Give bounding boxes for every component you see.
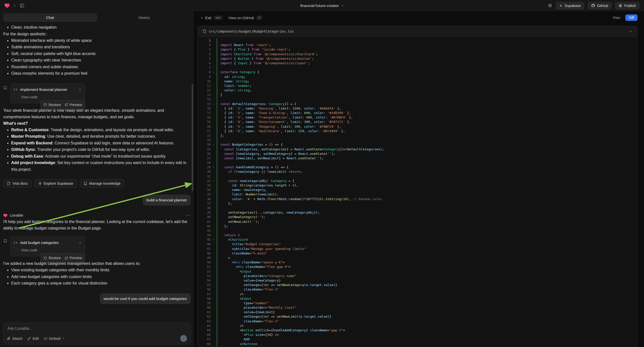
topbar: financial-future-creator ⚙ Supabase GitH… [0,0,644,11]
code-line: 3import { Plus } from 'lucide-react'; [198,47,637,52]
fold-chevron-icon [210,156,216,160]
fold-chevron-icon [210,129,216,134]
code-line: 38 [198,206,637,210]
fold-chevron-icon [210,310,216,314]
file-header[interactable]: src/components/budget/BudgetCategories.t… [198,26,637,37]
code-line: 10 name: string; [198,79,637,84]
github-button[interactable]: GitHub [588,2,612,10]
view-on-github-link[interactable]: View on GitHub [228,16,254,20]
fold-chevron-icon [210,183,216,188]
settings-gear-icon[interactable]: ⚙ [548,3,552,8]
project-switcher[interactable]: financial-future-creator [300,4,344,8]
send-icon: ↑ [183,336,185,341]
tab-history[interactable]: History [98,14,191,22]
fold-chevron-icon[interactable]: ▾ [210,142,216,147]
code-editor[interactable]: 12import React from 'react';3import { Pl… [198,37,637,346]
chat-tabs: Chat History [3,14,191,22]
project-name: financial-future-creator [300,4,339,8]
fold-chevron-icon[interactable]: ▾ [210,70,216,74]
chevron-right-icon [78,241,82,244]
publish-button[interactable]: Publish [615,2,640,10]
fold-chevron-icon[interactable]: ▾ [210,238,216,242]
code-line: 26 const [newCategory, setNewCategory] =… [198,152,637,156]
fold-chevron-icon [210,56,216,61]
code-line: 23 [198,138,637,142]
fold-chevron-icon [210,301,216,306]
next-step-item: GitHub Sync: Transfer your project's cod… [11,146,191,153]
fold-chevron-icon [210,264,216,269]
code-line: 4import ChartCard from '@/components/ui/… [198,52,637,56]
version-card[interactable]: Implement financial planner View code Re… [10,84,85,103]
preview-button[interactable]: Preview [65,102,82,108]
code-line: 61 value={newLimit} [198,310,637,314]
view-code-link[interactable]: View code [21,247,82,254]
file-tsx-icon [203,29,206,33]
fold-chevron-icon [210,319,216,324]
fold-chevron-icon [210,251,216,256]
code-line: 49 > [198,256,637,260]
code-line: 66 <Plus size={16} /> [198,332,637,337]
send-button[interactable]: ↑ [180,335,187,342]
fold-chevron-icon [210,332,216,337]
fold-chevron-icon [210,210,216,215]
tab-chat[interactable]: Chat [3,14,97,22]
fold-chevron-icon [210,306,216,310]
bookmark-icon[interactable] [3,86,7,90]
fold-chevron-icon[interactable]: ▾ [210,179,216,183]
raw-toggle-button[interactable]: Raw [612,16,622,20]
manage-knowledge-button[interactable]: Manage knowledge [80,179,124,188]
code-line: 40 setNewCategory(''); [198,215,637,219]
design-bullet-item: Rounded corners and subtle shadows [11,64,191,70]
fold-chevron-icon[interactable]: ▾ [210,165,216,170]
fold-chevron-icon [210,324,216,328]
visit-docs-button[interactable]: Visit docs [3,179,32,188]
chat-panel: Chat History Clean, intuitive navigation… [0,11,194,347]
edit-button[interactable]: Edit [28,336,39,340]
fold-chevron-icon [210,174,216,179]
code-icon [14,241,18,245]
diff-toggle-button[interactable]: Diff [625,14,638,21]
github-count-badge: 6 [257,16,262,20]
supabase-button[interactable]: Supabase [556,2,584,10]
preview-button[interactable]: Preview [65,255,82,261]
fold-chevron-icon [210,134,216,138]
code-line: 42 }; [198,224,637,228]
code-line: 12 color: string; [198,88,637,92]
version-card-header[interactable]: Add budget categories [14,240,82,246]
code-line: 39 setCategories([...categories, newCate… [198,210,637,215]
lovable-logo-heart-icon[interactable] [4,3,10,8]
fold-chevron-icon[interactable]: ▾ [210,102,216,106]
fold-chevron-icon [210,61,216,66]
code-line: 27 const [newLimit, setNewLimit] = React… [198,156,637,160]
fold-chevron-icon [210,296,216,301]
version-card[interactable]: Add budget categories View code Restore [10,236,85,256]
code-line: 20 { id: '5', name: 'Shopping', limit: 2… [198,124,637,129]
restore-button[interactable]: Restore [44,255,61,261]
composer-toolbar: Attach Edit Default ↑ [7,335,187,342]
code-line: 57 /> [198,292,637,296]
chat-input[interactable] [7,326,187,331]
attach-button[interactable]: Attach [7,336,22,340]
chat-scrollbar[interactable] [192,84,193,191]
restore-button[interactable]: Restore [44,102,61,108]
view-code-link[interactable]: View code [21,94,82,100]
mode-select[interactable]: Default [44,336,65,340]
fold-chevron-icon [210,278,216,283]
bookmark-icon[interactable] [3,239,7,243]
explore-supabase-button[interactable]: Explore Supabase [34,179,77,188]
code-line: 18 { id: '3', name: 'Transportation', li… [198,115,637,120]
code-line: 41 setNewLimit(''); [198,220,637,224]
code-line: 11 limit: number; [198,84,637,88]
assistant-name: Lovable [10,212,184,218]
message-more-icon[interactable]: ⋯ [186,212,191,218]
exit-button[interactable]: Exit [200,16,211,20]
code-panel: Exit esc View on GitHub 6 Raw Diff src/c… [194,11,644,347]
collapse-chevron-up-icon[interactable] [629,30,632,33]
version-card-header[interactable]: Implement financial planner [14,86,82,93]
workspace-chevron-down-icon[interactable] [13,4,16,7]
code-line: 46 title="Budget Categories" [198,242,637,246]
sidebar-toggle-icon[interactable] [20,3,24,8]
fold-chevron-icon [210,52,216,56]
fold-chevron-icon [210,292,216,296]
next-step-item: Refine & Customize: Tweak the design, an… [11,127,191,134]
